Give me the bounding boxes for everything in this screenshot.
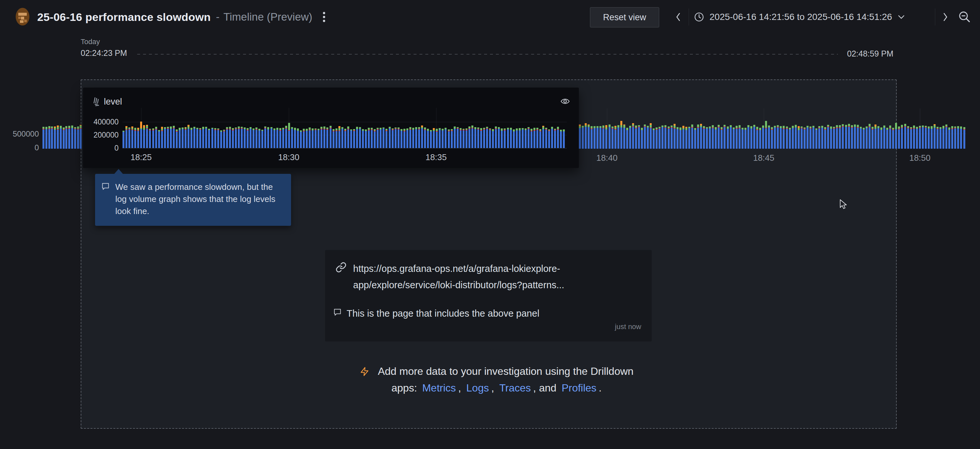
log-volume-bar xyxy=(609,124,611,149)
log-volume-bar xyxy=(297,129,299,148)
log-volume-bar xyxy=(650,123,652,149)
log-volume-bar xyxy=(377,128,379,148)
log-volume-bar xyxy=(244,127,246,148)
log-volume-bar xyxy=(468,126,470,148)
log-volume-bar xyxy=(362,129,364,148)
footer-text-segment: . xyxy=(599,382,602,394)
log-volume-bar xyxy=(892,128,894,149)
log-volume-bar xyxy=(371,128,373,148)
eye-icon[interactable] xyxy=(559,96,571,107)
log-volume-bar xyxy=(765,121,767,149)
log-volume-bar xyxy=(126,126,127,148)
log-volume-bar xyxy=(267,127,269,148)
log-volume-bar xyxy=(659,127,660,149)
time-range-text: 2025-06-16 14:21:56 to 2025-06-16 14:51:… xyxy=(710,12,892,22)
log-volume-bar xyxy=(380,128,382,148)
log-volume-bar xyxy=(220,131,222,148)
log-volume-bar xyxy=(620,121,622,149)
log-volume-bar xyxy=(712,125,714,149)
log-volume-bar xyxy=(480,128,482,148)
log-volume-bar xyxy=(205,127,207,148)
log-volume-bar xyxy=(412,128,414,148)
log-volume-bar xyxy=(418,127,420,148)
log-volume-bar xyxy=(563,129,565,148)
log-volume-bar xyxy=(614,126,616,149)
log-volume-bar xyxy=(632,123,634,149)
log-volume-bar xyxy=(232,128,234,148)
log-volume-bar xyxy=(359,127,361,148)
chevron-right-icon[interactable] xyxy=(940,10,951,24)
log-volume-bar xyxy=(185,127,186,148)
log-volume-bar xyxy=(863,128,865,149)
log-volume-bar xyxy=(937,127,939,149)
background-xlabel-1845: 18:45 xyxy=(744,153,783,163)
comment-icon xyxy=(101,182,110,191)
log-volume-bar xyxy=(542,126,544,148)
log-volume-bar xyxy=(854,124,856,149)
log-volume-bar xyxy=(919,126,921,149)
log-volume-bar xyxy=(934,124,935,149)
zoom-out-icon[interactable] xyxy=(956,9,973,25)
log-volume-bar xyxy=(602,126,605,149)
log-volume-bar xyxy=(439,128,441,148)
log-volume-bar xyxy=(421,126,423,148)
log-volume-bar xyxy=(77,126,79,149)
log-volume-bar xyxy=(777,125,779,149)
timeline-day-label: Today xyxy=(81,38,100,46)
log-volume-bar xyxy=(644,124,646,149)
log-volume-bar xyxy=(679,127,681,149)
log-volume-bar xyxy=(253,129,255,148)
log-volume-panel[interactable]: level 400000 200000 0 18:25 18:30 18:35 xyxy=(83,88,579,168)
link-card[interactable]: https://ops.grafana-ops.net/a/grafana-lo… xyxy=(325,250,652,341)
log-volume-bar xyxy=(68,126,70,149)
log-volume-bar xyxy=(448,129,450,148)
log-volume-bar xyxy=(845,125,847,149)
log-volume-bar xyxy=(733,127,735,149)
log-volume-bar xyxy=(721,127,722,149)
log-volume-bar xyxy=(665,125,667,149)
log-volume-bar xyxy=(600,126,601,149)
drilldown-link-traces[interactable]: Traces xyxy=(499,382,531,394)
panel-bars xyxy=(123,117,567,148)
log-volume-bar xyxy=(682,126,684,149)
log-volume-bar xyxy=(922,126,924,149)
log-volume-bar xyxy=(341,127,343,148)
log-volume-bar xyxy=(279,128,281,148)
log-volume-bar xyxy=(196,128,198,148)
log-volume-bar xyxy=(597,126,598,149)
kebab-menu-icon[interactable] xyxy=(318,10,331,24)
log-volume-bar xyxy=(833,127,835,149)
card-url-link[interactable]: https://ops.grafana-ops.net/a/grafana-lo… xyxy=(353,260,564,293)
log-volume-bar xyxy=(181,127,184,148)
log-volume-bar xyxy=(344,129,346,148)
log-volume-bar xyxy=(63,127,65,149)
log-volume-bar xyxy=(954,126,956,149)
drilldown-link-logs[interactable]: Logs xyxy=(466,382,489,394)
panel-ylabel-400000: 400000 xyxy=(83,118,119,126)
chevron-left-icon[interactable] xyxy=(672,10,684,24)
time-range-picker[interactable]: 2025-06-16 14:21:56 to 2025-06-16 14:51:… xyxy=(694,8,905,26)
log-volume-bar xyxy=(300,131,302,148)
log-volume-bar xyxy=(697,124,699,149)
log-volume-bar xyxy=(326,127,328,148)
link-icon xyxy=(336,262,347,273)
log-volume-bar xyxy=(857,125,859,149)
log-volume-bar xyxy=(848,124,850,149)
log-volume-bar xyxy=(474,127,476,148)
log-volume-bar xyxy=(872,127,873,149)
drilldown-link-metrics[interactable]: Metrics xyxy=(422,382,456,394)
reset-view-button[interactable]: Reset view xyxy=(590,7,659,27)
log-volume-bar xyxy=(395,127,396,148)
log-volume-bar xyxy=(191,128,192,148)
log-volume-bar xyxy=(522,128,523,148)
timeline-start-time: 02:24:23 PM xyxy=(81,48,127,58)
investigation-avatar xyxy=(13,7,32,26)
log-volume-bar xyxy=(501,129,503,148)
log-volume-bar xyxy=(137,128,139,148)
log-volume-bar xyxy=(208,129,210,148)
log-volume-bar xyxy=(593,126,595,149)
footer-text-segment: , and xyxy=(533,382,559,394)
log-volume-bar xyxy=(738,125,741,149)
log-volume-bar xyxy=(255,127,258,148)
drilldown-link-profiles[interactable]: Profiles xyxy=(562,382,597,394)
